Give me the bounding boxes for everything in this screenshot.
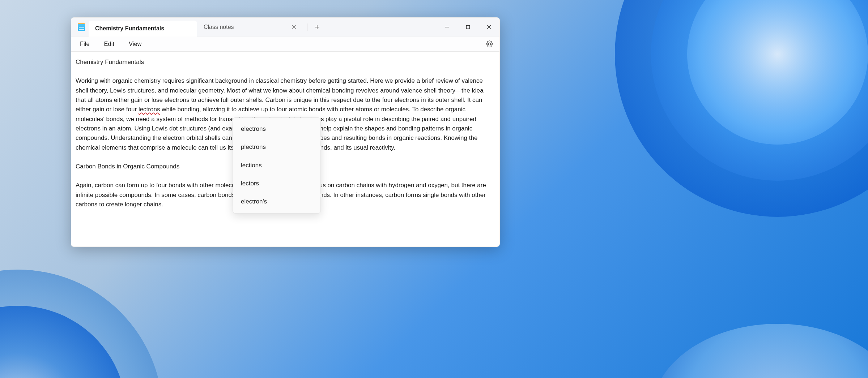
misspelled-word[interactable]: lectrons — [139, 106, 160, 113]
text-editor[interactable]: Chemistry Fundamentals Working with orga… — [71, 52, 499, 246]
tab-chemistry-fundamentals[interactable]: Chemistry Fundamentals — [89, 21, 197, 36]
close-tab-icon[interactable] — [289, 22, 299, 32]
tab-label: Class notes — [204, 24, 234, 30]
spellcheck-suggestions-popup: electrons plectrons lections lectors ele… — [233, 117, 321, 214]
menu-view[interactable]: View — [124, 38, 146, 50]
window-controls — [437, 18, 499, 36]
doc-title: Chemistry Fundamentals — [76, 57, 495, 67]
svg-rect-0 — [467, 25, 470, 29]
titlebar: Chemistry Fundamentals Class notes — [71, 18, 499, 36]
maximize-button[interactable] — [458, 18, 478, 36]
notepad-icon — [78, 23, 85, 31]
menu-edit[interactable]: Edit — [99, 38, 119, 50]
tab-divider — [307, 23, 307, 31]
spell-suggestion[interactable]: electrons — [233, 120, 320, 138]
notepad-window: Chemistry Fundamentals Class notes File — [71, 17, 500, 247]
tab-class-notes[interactable]: Class notes — [197, 18, 306, 36]
menubar: File Edit View — [71, 36, 499, 52]
app-icon — [71, 18, 89, 36]
gear-icon — [486, 40, 493, 47]
spell-suggestion[interactable]: electron's — [233, 193, 320, 211]
menu-file[interactable]: File — [75, 38, 95, 50]
minimize-button[interactable] — [437, 18, 458, 36]
spell-suggestion[interactable]: plectrons — [233, 138, 320, 156]
close-button[interactable] — [478, 18, 499, 36]
settings-button[interactable] — [483, 38, 496, 51]
spell-suggestion[interactable]: lectors — [233, 175, 320, 193]
spell-suggestion[interactable]: lections — [233, 156, 320, 175]
tab-label: Chemistry Fundamentals — [95, 25, 164, 32]
new-tab-button[interactable] — [309, 18, 326, 36]
